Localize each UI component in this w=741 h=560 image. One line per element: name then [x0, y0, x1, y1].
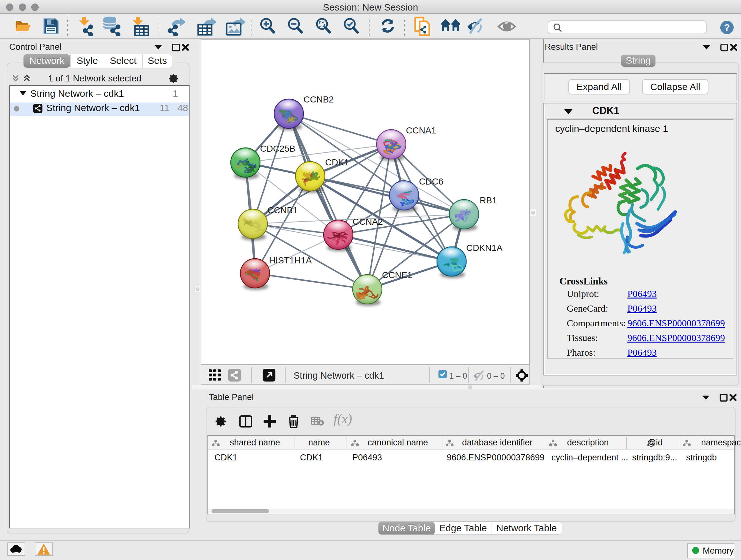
svg-text:?: ?	[724, 22, 730, 33]
svg-text:CDC6: CDC6	[419, 177, 443, 186]
svg-text:RB1: RB1	[480, 195, 497, 205]
svg-text:HIST1H1A: HIST1H1A	[269, 255, 312, 265]
svg-text:CCNA2: CCNA2	[353, 217, 383, 227]
svg-text:CCNE1: CCNE1	[382, 270, 412, 280]
svg-text:CDKN1A: CDKN1A	[466, 243, 502, 253]
svg-text:CDC25B: CDC25B	[260, 144, 295, 153]
svg-text:CDK1: CDK1	[325, 158, 349, 167]
svg-text:CCNB1: CCNB1	[267, 205, 298, 215]
svg-text:CCNB2: CCNB2	[304, 95, 334, 105]
svg-text:CCNA1: CCNA1	[406, 125, 436, 135]
